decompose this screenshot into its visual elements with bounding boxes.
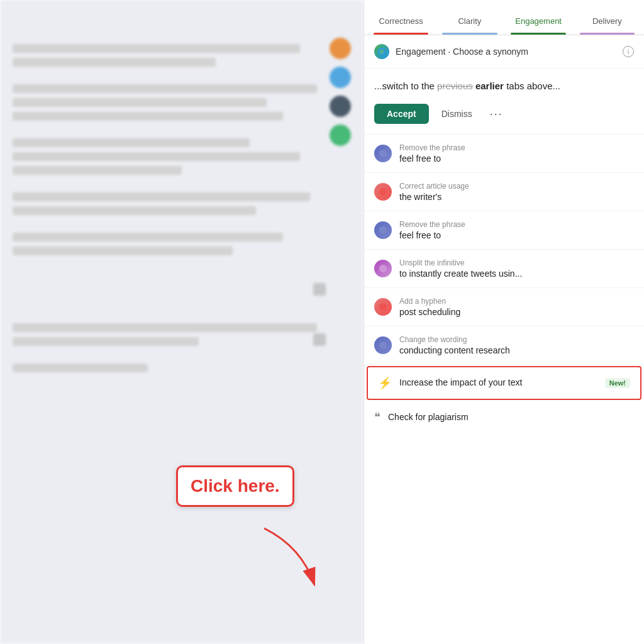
plagiarism-text: Check for plagiarism	[388, 412, 469, 422]
svg-point-3	[379, 188, 387, 196]
item-icon-1	[374, 145, 392, 162]
item-content-5: Add a hyphen post scheduling	[399, 297, 634, 317]
item-icon-2	[374, 183, 392, 201]
item-content-3: Remove the phrase feel free to	[399, 220, 634, 240]
tab-engagement-label: Engagement	[515, 16, 562, 26]
suggestion-item-1[interactable]: Remove the phrase feel free to	[364, 135, 644, 173]
tab-clarity-label: Clarity	[458, 16, 481, 26]
tab-engagement[interactable]: Engagement	[504, 16, 573, 35]
item-main-2: the writer's	[399, 192, 634, 202]
item-main-4: to instantly create tweets usin...	[399, 269, 634, 279]
item-content-4: Unsplit the infinitive to instantly crea…	[399, 258, 634, 279]
item-content-2: Correct article usage the writer's	[399, 182, 634, 202]
svg-point-2	[379, 150, 387, 157]
suggestion-item-3[interactable]: Remove the phrase feel free to	[364, 211, 644, 250]
new-badge: New!	[605, 378, 630, 388]
tab-correctness[interactable]: Correctness	[367, 16, 435, 35]
suggestion-item-2[interactable]: Correct article usage the writer's	[364, 173, 644, 211]
suggestion-header: Engagement · Choose a synonym i	[364, 35, 644, 69]
tab-bar: Correctness Clarity Engagement Delivery	[364, 0, 644, 35]
impact-text: Increase the impact of your text	[399, 377, 597, 389]
suggestion-item-5[interactable]: Add a hyphen post scheduling	[364, 288, 644, 326]
quote-icon: ❝	[374, 410, 380, 424]
svg-point-1	[378, 48, 386, 55]
suggestion-body: ...switch to the previous earlier tabs a…	[364, 69, 644, 135]
item-icon-3	[374, 221, 392, 239]
click-here-callout: Click here.	[176, 465, 294, 507]
suggestion-list: Remove the phrase feel free to Correct a…	[364, 135, 644, 644]
replacement-word: earlier	[475, 80, 504, 91]
tab-correctness-label: Correctness	[379, 16, 423, 26]
plagiarism-item[interactable]: ❝ Check for plagiarism	[364, 401, 644, 433]
item-content-6: Change the wording conducting content re…	[399, 335, 634, 355]
suggestion-text: ...switch to the previous earlier tabs a…	[374, 79, 634, 94]
arrow-indicator	[252, 522, 327, 597]
svg-point-4	[379, 226, 387, 234]
item-main-3: feel free to	[399, 230, 634, 240]
item-content-1: Remove the phrase feel free to	[399, 143, 634, 164]
suggestion-header-title: Engagement · Choose a synonym	[396, 47, 616, 57]
svg-point-5	[379, 265, 387, 272]
more-options-button[interactable]: ···	[485, 105, 508, 123]
tab-clarity[interactable]: Clarity	[435, 16, 504, 35]
item-icon-5	[374, 298, 392, 316]
info-icon[interactable]: i	[623, 46, 634, 57]
right-panel: Correctness Clarity Engagement Delivery	[364, 0, 644, 644]
item-icon-6	[374, 336, 392, 354]
click-here-label: Click here.	[191, 476, 280, 496]
item-subtitle-4: Unsplit the infinitive	[399, 258, 634, 267]
item-subtitle-5: Add a hyphen	[399, 297, 634, 306]
item-main-5: post scheduling	[399, 307, 634, 317]
suggestion-item-4[interactable]: Unsplit the infinitive to instantly crea…	[364, 250, 644, 288]
svg-point-6	[379, 303, 387, 311]
item-subtitle-2: Correct article usage	[399, 182, 634, 191]
impact-content: Increase the impact of your text	[399, 377, 597, 389]
tab-delivery-label: Delivery	[592, 16, 622, 26]
item-main-1: feel free to	[399, 153, 634, 164]
dismiss-button[interactable]: Dismiss	[434, 104, 480, 124]
item-icon-4	[374, 260, 392, 277]
item-subtitle-6: Change the wording	[399, 335, 634, 344]
lightning-icon: ⚡	[378, 376, 392, 390]
accept-button[interactable]: Accept	[374, 104, 429, 124]
item-subtitle-3: Remove the phrase	[399, 220, 634, 229]
svg-point-7	[379, 341, 387, 349]
strikethrough-word: previous	[437, 80, 473, 91]
tab-delivery[interactable]: Delivery	[573, 16, 641, 35]
suggestion-item-6[interactable]: Change the wording conducting content re…	[364, 326, 644, 365]
engagement-icon	[374, 44, 389, 59]
item-main-6: conducting content research	[399, 345, 634, 355]
impact-item[interactable]: ⚡ Increase the impact of your text New!	[367, 366, 641, 400]
item-subtitle-1: Remove the phrase	[399, 143, 634, 152]
action-buttons: Accept Dismiss ···	[374, 104, 634, 124]
